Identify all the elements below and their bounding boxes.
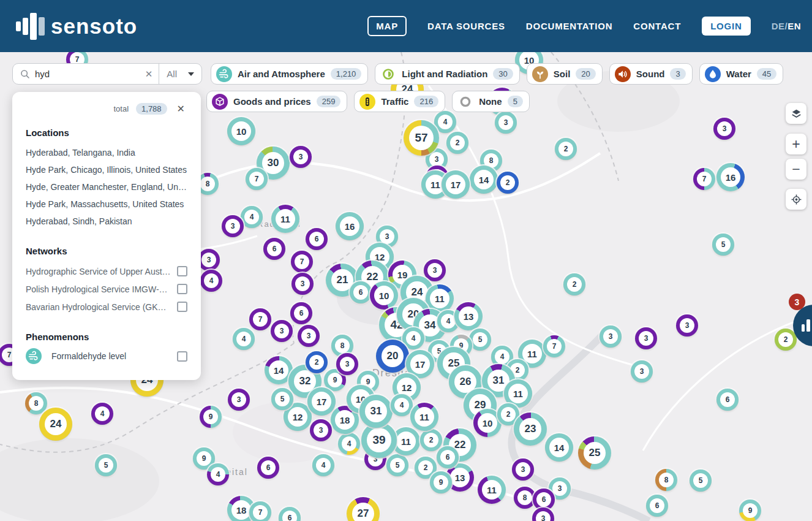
map-cluster-marker[interactable]: 3 [271, 320, 293, 342]
map-cluster-marker[interactable]: 4 [338, 433, 360, 455]
map-cluster-marker[interactable]: 3 [290, 146, 312, 168]
network-checkbox[interactable] [177, 266, 187, 276]
network-checkbox[interactable] [177, 284, 187, 294]
network-checkbox[interactable] [177, 302, 187, 312]
map-cluster-marker[interactable]: 2 [563, 273, 585, 295]
map-cluster-marker[interactable]: 14 [470, 165, 498, 194]
nav-item-map[interactable]: MAP [367, 16, 407, 36]
map-cluster-marker[interactable]: 2 [775, 329, 797, 351]
map-cluster-marker[interactable]: 3 [336, 353, 358, 375]
network-suggestion[interactable]: Hydrographic Service of Upper Austri... [26, 267, 171, 276]
map-cluster-marker[interactable]: 3 [310, 419, 332, 441]
language-switcher[interactable]: DE/EN [772, 21, 801, 31]
map-cluster-marker[interactable]: 3 [713, 118, 735, 140]
location-suggestion[interactable]: Hyde Park, Chicago, Illinois, United Sta… [26, 161, 187, 178]
map-cluster-marker[interactable]: 31 [359, 395, 393, 428]
map-cluster-marker[interactable]: 9 [739, 500, 761, 521]
nav-item-documentation[interactable]: DOCUMENTATION [526, 21, 613, 31]
map-cluster-marker[interactable]: 6 [350, 281, 372, 303]
map-cluster-marker[interactable]: 3 [291, 273, 314, 295]
map-cluster-marker[interactable]: 5 [712, 234, 734, 256]
map-cluster-marker[interactable]: 7 [249, 501, 271, 521]
map-cluster-marker[interactable]: 25 [578, 436, 611, 470]
map-cluster-marker[interactable]: 20 [376, 340, 409, 373]
login-button[interactable]: LOGIN [702, 17, 751, 36]
map-cluster-marker[interactable]: 5 [690, 470, 712, 492]
map-cluster-marker[interactable]: 16 [336, 212, 364, 240]
lang-en[interactable]: EN [788, 21, 801, 31]
category-chip-soil[interactable]: Soil20 [527, 63, 603, 85]
map-cluster-marker[interactable]: 6 [646, 495, 668, 517]
category-chip-goods-and-prices[interactable]: Goods and prices259 [206, 91, 347, 112]
map-cluster-marker[interactable]: 11 [478, 476, 506, 504]
map-cluster-marker[interactable]: 2 [446, 132, 468, 154]
location-suggestion[interactable]: Hyderabad, Sindh, Pakistan [26, 213, 187, 230]
map-cluster-marker[interactable]: 17 [442, 170, 470, 199]
map-cluster-marker[interactable]: 10 [227, 117, 255, 145]
map-cluster-marker[interactable]: 6 [716, 389, 739, 411]
search-clear-icon[interactable]: ✕ [139, 69, 159, 80]
map-cluster-marker[interactable]: 5 [469, 329, 491, 351]
map-cluster-marker[interactable]: 39 [361, 422, 397, 458]
map-cluster-marker[interactable]: 24 [39, 408, 72, 441]
location-suggestion[interactable]: Hyde Park, Massachusetts, United States [26, 196, 187, 213]
map-cluster-marker[interactable]: 7 [249, 308, 271, 330]
phenomenon-suggestion[interactable]: Formaldehyde level [51, 351, 171, 361]
map-cluster-marker[interactable]: 2 [306, 351, 328, 373]
category-chip-sound[interactable]: Sound3 [609, 63, 693, 85]
map-cluster-marker[interactable]: 8 [655, 469, 677, 491]
map-cluster-marker[interactable]: 3 [424, 259, 446, 281]
map-cluster-marker[interactable]: 11 [271, 205, 299, 233]
search-filter-dropdown[interactable]: All [159, 69, 201, 79]
map-cluster-marker[interactable]: 4 [207, 463, 229, 485]
network-suggestion[interactable]: Polish Hydrological Service IMGW-PI... [26, 284, 171, 294]
category-chip-none[interactable]: None5 [452, 91, 530, 112]
nav-item-contact[interactable]: CONTACT [633, 21, 681, 31]
map-cluster-marker[interactable]: 4 [91, 403, 113, 425]
nav-item-data-sources[interactable]: DATA SOURCES [427, 21, 505, 31]
map-cluster-marker[interactable]: 4 [391, 394, 413, 416]
location-suggestion[interactable]: Hyderabad, Telangana, India [26, 144, 187, 161]
map-cluster-marker[interactable]: 2 [420, 429, 442, 451]
category-chip-water[interactable]: Water45 [699, 63, 784, 85]
map-cluster-marker[interactable]: 5 [95, 454, 117, 476]
network-suggestion[interactable]: Bavarian Hydrological Service (GKD) -... [26, 302, 171, 312]
map-cluster-marker[interactable]: 9 [430, 471, 452, 493]
map-cluster-marker[interactable]: 9 [200, 406, 222, 428]
map-cluster-marker[interactable]: 7 [543, 335, 565, 357]
map-cluster-marker[interactable]: 3 [228, 389, 250, 411]
map-cluster-marker[interactable]: 6 [437, 446, 459, 468]
zoom-in-button[interactable]: + [786, 134, 806, 154]
map-cluster-marker[interactable]: 11 [410, 403, 438, 431]
map-cluster-marker[interactable]: 5 [271, 388, 293, 410]
close-icon[interactable]: ✕ [175, 102, 187, 116]
phenomenon-checkbox[interactable] [177, 351, 187, 362]
map-cluster-marker[interactable]: 16 [716, 163, 745, 191]
map-cluster-marker[interactable]: 4 [241, 206, 263, 228]
map-cluster-marker[interactable]: 57 [404, 120, 439, 156]
map-cluster-marker[interactable]: 17 [307, 387, 336, 416]
map-cluster-marker[interactable]: 3 [298, 325, 320, 347]
map-cluster-marker[interactable]: 23 [514, 413, 547, 446]
map-cluster-marker[interactable]: 7 [693, 168, 715, 190]
lang-de[interactable]: DE [772, 21, 785, 31]
map-cluster-marker[interactable]: 3 [198, 249, 220, 271]
category-chip-light-and-radiation[interactable]: Light and Radiation30 [375, 63, 519, 85]
zoom-out-button[interactable]: − [786, 159, 806, 180]
category-chip-traffic[interactable]: Traffic216 [354, 91, 445, 112]
map-cluster-marker[interactable]: 6 [257, 457, 279, 479]
map-cluster-marker[interactable]: 3 [600, 325, 622, 348]
map-cluster-marker[interactable]: 6 [306, 228, 328, 250]
map-cluster-marker[interactable]: 8 [25, 392, 47, 414]
map-cluster-marker[interactable]: 3 [222, 215, 244, 237]
map-cluster-marker[interactable]: 4 [200, 270, 222, 292]
brand-logo[interactable]: sensoto [16, 12, 137, 41]
map-cluster-marker[interactable]: 3 [495, 112, 517, 134]
locate-button[interactable] [786, 189, 806, 210]
notification-badge[interactable]: 3 [789, 294, 805, 310]
layers-button[interactable] [786, 103, 806, 124]
map-cluster-marker[interactable]: 10 [370, 281, 398, 310]
map-cluster-marker[interactable]: 4 [312, 454, 334, 476]
map-cluster-marker[interactable]: 2 [497, 172, 519, 194]
map-cluster-marker[interactable]: 14 [545, 433, 573, 462]
